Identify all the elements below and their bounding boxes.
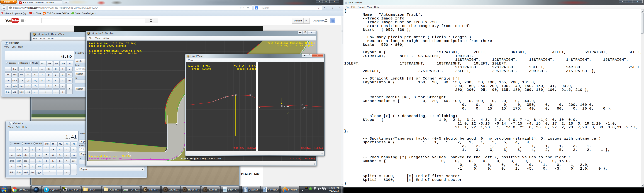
- svg-text:Radius of Curvature: -23.98m: Radius of Curvature: -23.98m: [89, 155, 130, 158]
- svg-text:(576.53m, 125.63m): (576.53m, 125.63m): [288, 158, 315, 160]
- svg-text:9°: 9°: [259, 107, 262, 109]
- svg-text:grade: 1.680d: grade: 1.680d: [192, 68, 211, 70]
- svg-text:Head alt: 5.70m: Head alt: 5.70m: [188, 65, 210, 68]
- svg-text:0.02°: 0.02°: [284, 105, 290, 108]
- svg-text:7.08°: 7.08°: [300, 107, 307, 109]
- svg-text:Head Position: (626.05m, 75.76: Head Position: (626.05m, 75.76m): [89, 42, 137, 45]
- svg-text:Track length (2D): 4801.70m: Track length (2D): 4801.70m: [181, 158, 221, 160]
- svg-text:grade: 0.000d: grade: 0.000d: [237, 68, 256, 70]
- svg-text:Head angle: 89.93 degrees: Head angle: 89.93 degrees: [89, 45, 126, 47]
- svg-text:Tail Angle: 357.41 degrees: Tail Angle: 357.41 degrees: [276, 44, 315, 47]
- svg-text:(22.91m, -1.03m): (22.91m, -1.03m): [299, 147, 323, 150]
- svg-text:Segment Length: 38.73m: Segment Length: 38.73m: [89, 158, 122, 160]
- svg-text:X Section from dlats 4.08m to: X Section from dlats 4.08m to 9.72m.: [89, 50, 142, 52]
- svg-text:Tail alt: 6.62m: Tail alt: 6.62m: [234, 65, 256, 68]
- svg-text:X Section widths 9.27m to 28.2: X Section widths 9.27m to 28.20m.: [89, 52, 138, 55]
- svg-text:Tail Position: (651.12m, 99.68: Tail Position: (651.12m, 99.68m): [268, 42, 315, 44]
- svg-text:(169.92m, 6.35m): (169.92m, 6.35m): [232, 147, 256, 150]
